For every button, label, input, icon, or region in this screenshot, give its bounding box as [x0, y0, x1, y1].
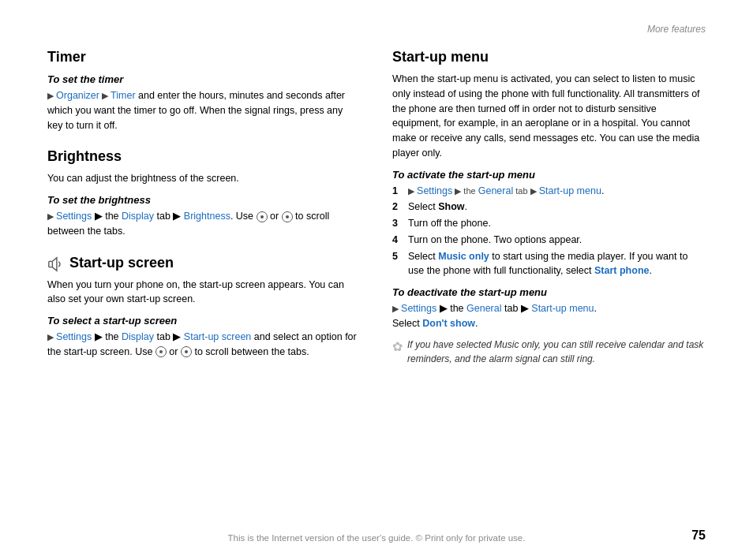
step-3: 3 Turn off the phone. [392, 216, 706, 231]
footer-label: This is the Internet version of the user… [228, 533, 526, 543]
step-4: 4 Turn on the phone. Two options appear. [392, 233, 706, 248]
deact-arrow0: ▶ [392, 304, 401, 313]
s1-arrow2: ▶ the [452, 186, 478, 196]
step-4-num: 4 [392, 233, 403, 248]
deact-general-link: General [466, 303, 501, 314]
tip-row: ✿ If you have selected Music only, you c… [392, 338, 706, 366]
brightness-title: Brightness [47, 148, 361, 165]
startup-screen-title: Start-up screen [69, 255, 174, 271]
step-2: 2 Select Show. [392, 200, 706, 215]
timer-arrow1: ▶ [47, 91, 56, 100]
tip-text: If you have selected Music only, you can… [407, 338, 706, 366]
brightness-display-link: Display [122, 211, 154, 222]
timer-section: Timer To set the timer ▶ Organizer ▶ Tim… [47, 49, 361, 133]
brightness-link: Brightness [184, 211, 230, 222]
footer-text: This is the Internet version of the user… [0, 533, 753, 543]
right-column: Start-up menu When the start-up menu is … [392, 49, 706, 382]
select-startup-subtitle: To select a start-up screen [47, 315, 361, 327]
step-3-num: 3 [392, 216, 403, 231]
startup-display-link: Display [122, 331, 154, 342]
startup-settings-link: Settings [56, 331, 92, 342]
s2-show: Show [438, 201, 464, 212]
speaker-icon [47, 256, 65, 273]
s5-start-phone: Start phone [594, 265, 649, 276]
step-1: 1 ▶ Settings ▶ the General tab ▶ Start-u… [392, 184, 706, 199]
timer-timer-link: Timer [111, 90, 135, 101]
deact-tab: tab ▶ [502, 303, 532, 314]
brightness-desc: You can adjust the brightness of the scr… [47, 171, 361, 186]
startup-arrow1: ▶ the [92, 331, 122, 342]
scroll-icon-4 [181, 346, 192, 357]
startup-menu-desc: When the start-up menu is activated, you… [392, 72, 706, 161]
step-1-body: ▶ Settings ▶ the General tab ▶ Start-up … [408, 184, 604, 199]
scroll-icon-1 [257, 211, 268, 222]
deact-arrow1: ▶ the [436, 303, 466, 314]
brightness-body-suffix: . Use [230, 211, 253, 222]
deact-settings-link: Settings [401, 303, 436, 314]
brightness-arrow1: ▶ the [92, 211, 122, 222]
s5-music-only: Music only [438, 251, 489, 262]
step-5-body: Select Music only to start using the med… [408, 249, 706, 279]
startup-screen-title-row: Start-up screen [47, 255, 361, 278]
select-startup-body: ▶ Settings ▶ the Display tab ▶ Start-up … [47, 330, 361, 360]
startup-arrow0: ▶ [47, 332, 56, 342]
brightness-arrow0: ▶ [47, 211, 56, 221]
deactivate-body: ▶ Settings ▶ the General tab ▶ Start-up … [392, 301, 706, 331]
svg-rect-0 [49, 261, 53, 267]
timer-title: Timer [47, 49, 361, 65]
tip-icon: ✿ [392, 339, 403, 354]
deact-suffix: . [594, 303, 597, 314]
step-5: 5 Select Music only to start using the m… [392, 249, 706, 279]
set-brightness-body: ▶ Settings ▶ the Display tab ▶ Brightnes… [47, 209, 361, 239]
header-text: More features [647, 24, 706, 35]
step-2-num: 2 [392, 200, 403, 215]
page-number: 75 [691, 528, 706, 543]
page-header: More features [47, 24, 706, 35]
startup-screen-desc: When you turn your phone on, the start-u… [47, 278, 361, 308]
step-1-num: 1 [392, 184, 403, 199]
startup-screen-link: Start-up screen [184, 331, 251, 342]
startup-body-end: to scroll between the tabs. [192, 346, 309, 357]
startup-body-or: or [167, 346, 178, 357]
scroll-icon-2 [282, 211, 293, 222]
s1-suffix: . [601, 185, 604, 196]
s1-general: General [478, 185, 513, 196]
set-brightness-subtitle: To set the brightness [47, 194, 361, 206]
step-4-body: Turn on the phone. Two options appear. [408, 233, 582, 248]
scroll-icon-3 [155, 346, 167, 357]
page: More features Timer To set the timer ▶ O… [0, 0, 753, 560]
set-timer-body: ▶ Organizer ▶ Timer and enter the hours,… [47, 88, 361, 133]
deact-line2-after: . [475, 318, 478, 329]
timer-organizer-link: Organizer [56, 90, 99, 101]
deact-dontshow-link: Don't show [422, 318, 475, 329]
s1-arrow: ▶ [408, 186, 417, 196]
s1-menu: Start-up menu [539, 185, 601, 196]
startup-menu-title: Start-up menu [392, 49, 706, 65]
startup-screen-section: Start-up screen When you turn your phone… [47, 255, 361, 360]
activate-subtitle: To activate the start-up menu [392, 169, 706, 181]
brightness-tab-text: tab ▶ [154, 211, 184, 222]
brightness-section: Brightness You can adjust the brightness… [47, 148, 361, 238]
activate-steps-list: 1 ▶ Settings ▶ the General tab ▶ Start-u… [392, 184, 706, 279]
deactivate-subtitle: To deactivate the start-up menu [392, 286, 706, 298]
s1-settings: Settings [417, 185, 452, 196]
timer-arrow2: ▶ [99, 91, 111, 100]
step-5-num: 5 [392, 249, 403, 279]
startup-menu-section: Start-up menu When the start-up menu is … [392, 49, 706, 366]
s1-tab: tab ▶ [513, 186, 538, 196]
set-timer-subtitle: To set the timer [47, 73, 361, 85]
startup-tab-text: tab ▶ [154, 331, 184, 342]
step-2-body: Select Show. [408, 200, 467, 215]
deact-menu-link: Start-up menu [531, 303, 594, 314]
deact-line2-before: Select [392, 318, 422, 329]
left-column: Timer To set the timer ▶ Organizer ▶ Tim… [47, 49, 361, 382]
brightness-scroll-desc: or [268, 211, 279, 222]
brightness-settings-link: Settings [56, 211, 92, 222]
step-3-body: Turn off the phone. [408, 216, 491, 231]
content-area: Timer To set the timer ▶ Organizer ▶ Tim… [47, 49, 706, 382]
